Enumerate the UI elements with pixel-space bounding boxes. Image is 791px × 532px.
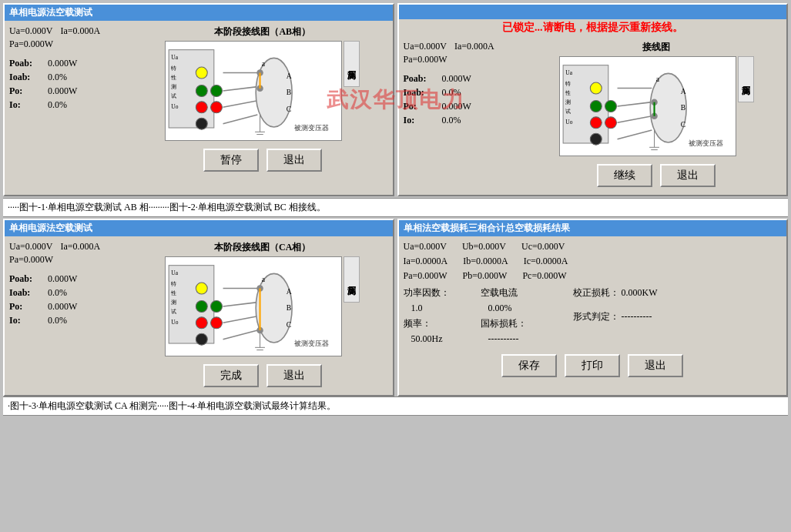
svg-point-37 [590, 101, 602, 112]
svg-text:测: 测 [565, 99, 571, 105]
panel3-circuit-svg: Ua 特 性 测 试 Uo [166, 257, 341, 356]
panel3-complete-button[interactable]: 完成 [203, 364, 259, 387]
panel4-correction-label: 校正损耗： [573, 287, 619, 298]
panel2-diagram-title: 接线图 [642, 41, 670, 54]
panel3-ia: Ia=0.000A [60, 241, 100, 253]
svg-point-11 [211, 102, 223, 113]
svg-point-38 [605, 101, 616, 112]
panel4-right: 校正损耗： 0.000KW 形式判定： ---------- [573, 286, 658, 345]
panel1-po-row: Po: 0.000W [9, 85, 132, 97]
panel3-io-value: 0.0% [48, 315, 67, 326]
svg-text:被测变压器: 被测变压器 [295, 340, 330, 347]
panel4-middle: 空载电流 0.00% 国标损耗： ---------- [481, 286, 565, 345]
panel2-exit-button[interactable]: 退出 [660, 164, 716, 187]
panel1-diagram-title: 本阶段接线图（AB相） [214, 25, 310, 38]
panel1-poab-value: 0.000W [48, 58, 77, 69]
panel4-print-button[interactable]: 打印 [565, 354, 620, 377]
svg-text:性: 性 [171, 74, 177, 81]
panel1-poab-label: Poab: [9, 58, 48, 69]
svg-point-40 [605, 117, 616, 129]
svg-point-7 [196, 67, 208, 79]
panel4-national-value-row: ---------- [481, 333, 565, 345]
svg-text:Uo: Uo [565, 119, 572, 125]
panel3-io-label: Io: [9, 315, 48, 326]
panel4-form-label: 形式判定： [573, 311, 619, 322]
panel1-ioab-row: Ioab: 0.0% [9, 72, 132, 83]
panel1-left: Ua=0.000V Ia=0.000A Pa=0.000W Poab: 0.00… [9, 25, 132, 175]
panel4-national-value: ---------- [488, 333, 519, 344]
panel2-poab-row: Poab: 0.000W [404, 73, 527, 85]
panel1-po-label: Po: [9, 85, 48, 97]
svg-point-9 [211, 85, 223, 97]
panel2-io-label: Io: [404, 115, 442, 126]
svg-text:B: B [287, 88, 291, 96]
top-panels-wrapper: 单相电源法空载测试 Ua=0.000V Ia=0.000A Pa=0.000W … [3, 3, 788, 196]
panel2-content: Ua=0.000V Ia=0.000A Pa=0.000W Poab: 0.00… [399, 36, 787, 195]
svg-text:Ua: Ua [565, 69, 572, 76]
svg-text:测: 测 [172, 83, 177, 90]
panel4-form-row: 形式判定： ---------- [573, 310, 658, 323]
svg-line-45 [617, 130, 652, 139]
panel1-exit-button[interactable]: 退出 [266, 149, 322, 172]
svg-line-72 [223, 303, 258, 306]
panel4-pb: Pb=0.000W [463, 270, 508, 282]
panel2-ua: Ua=0.000V [404, 41, 447, 52]
panel4-title: 单相法空载损耗三相合计总空载损耗结果 [399, 220, 787, 236]
panel3-content: Ua=0.000V Ia=0.000A Pa=0.000W Poab: 0.00… [5, 236, 393, 395]
panel3-po-row: Po: 0.000W [9, 301, 132, 313]
panel3-poab-row: Poab: 0.000W [9, 273, 132, 285]
panel1-io-label: Io: [9, 99, 48, 111]
panel4-row1: Ua=0.000V Ub=0.000V Uc=0.000V [404, 241, 783, 253]
svg-line-43 [617, 102, 652, 106]
panel2-meas-row2: Pa=0.000W [404, 54, 527, 65]
panel4-exit-button[interactable]: 退出 [628, 354, 683, 377]
panel2-continue-button[interactable]: 继续 [597, 164, 652, 187]
panel1-title: 单相电源法空载测试 [5, 5, 393, 21]
panel2-poab-value: 0.000W [442, 73, 471, 85]
panel1-meas-row2: Pa=0.000W [9, 38, 132, 50]
panel2-ioab-label: Ioab: [404, 87, 442, 99]
panel2-poab-label: Poab: [404, 73, 442, 85]
panel4-save-button[interactable]: 保存 [501, 354, 557, 377]
panel2-ioab-value: 0.0% [442, 87, 461, 99]
top-row: 单相电源法空载测试 Ua=0.000V Ia=0.000A Pa=0.000W … [3, 3, 788, 196]
panel1-pause-button[interactable]: 暂停 [203, 149, 259, 172]
panel1-ua: Ua=0.000V [9, 25, 52, 37]
svg-text:C: C [680, 120, 685, 129]
svg-point-8 [196, 85, 208, 97]
panel2-right: 接线图 Ua 特 性 测 试 Uo [531, 41, 783, 190]
panel4-ua: Ua=0.000V [404, 241, 447, 253]
panel4-national-label: 国标损耗： [481, 318, 527, 329]
panel3-ua: Ua=0.000V [9, 241, 52, 253]
svg-line-74 [223, 330, 258, 340]
svg-text:a: a [655, 75, 659, 83]
svg-point-69 [211, 317, 223, 329]
panel1-ioab-value: 0.0% [48, 72, 67, 83]
panel4-uc: Uc=0.000V [521, 241, 565, 253]
panel3-poab-value: 0.000W [48, 273, 77, 285]
panel3-poab-label: Poab: [9, 273, 48, 285]
svg-line-15 [223, 101, 258, 108]
panel4-pf-freq: 功率因数： 1.0 频率： 50.00Hz [404, 286, 473, 345]
panel4-no-load-value-row: 0.00% [481, 303, 565, 314]
svg-text:a: a [262, 275, 266, 283]
panel1-hv-label: 高压测 [344, 41, 360, 87]
panel3-po-label: Po: [9, 301, 48, 313]
panel1-ioab-label: Ioab: [9, 72, 48, 83]
svg-point-12 [196, 118, 208, 129]
panel3-btn-row: 完成 退出 [200, 361, 325, 390]
panel4-no-load-value: 0.00% [488, 303, 512, 313]
svg-point-68 [196, 317, 208, 329]
svg-text:试: 试 [172, 308, 177, 315]
panel4-ub: Ub=0.000V [462, 241, 506, 253]
panel3-ioab-label: Ioab: [9, 287, 48, 299]
panel2-ia: Ia=0.000A [454, 41, 494, 52]
panel1-pa: Pa=0.000W [9, 38, 53, 50]
panel3-exit-button[interactable]: 退出 [266, 364, 322, 387]
panel1-btn-row: 暂停 退出 [200, 146, 325, 175]
svg-text:被测变压器: 被测变压器 [689, 139, 723, 147]
svg-text:A: A [680, 87, 685, 95]
svg-text:C: C [287, 320, 291, 329]
panel4-freq-value: 50.00Hz [411, 333, 443, 344]
panel4-row2: Ia=0.0000A Ib=0.0000A Ic=0.0000A [404, 256, 783, 267]
